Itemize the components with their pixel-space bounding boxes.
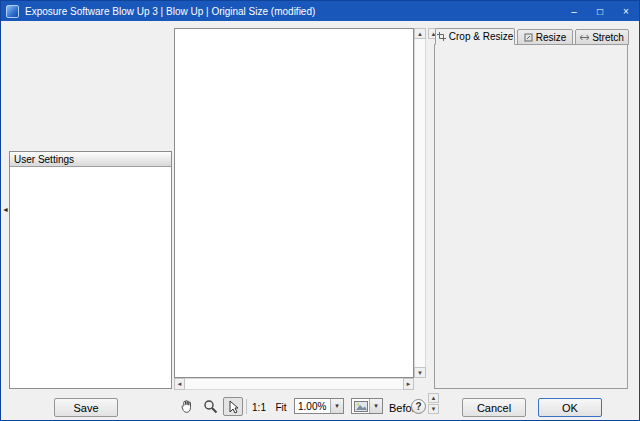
preview-canvas[interactable] [174, 28, 414, 378]
preview-image-icon [354, 401, 368, 412]
panel-scroll-down-icon[interactable]: ▼ [428, 404, 439, 414]
tab-crop-resize[interactable]: Crop & Resize [435, 28, 515, 45]
zoom-tool-button[interactable] [200, 397, 220, 416]
hand-tool-button[interactable] [177, 397, 197, 416]
resize-tab-icon [524, 33, 533, 42]
tab-resize[interactable]: Resize [517, 29, 573, 45]
blow-up-dialog-window: Exposure Software Blow Up 3 | Blow Up | … [0, 0, 640, 421]
magnifier-icon [203, 399, 218, 414]
close-button[interactable]: × [613, 1, 639, 21]
canvas-horizontal-scrollbar[interactable] [174, 378, 414, 390]
user-settings-header[interactable]: User Settings [10, 152, 171, 167]
ok-button[interactable]: OK [538, 398, 602, 417]
cursor-arrow-icon [226, 400, 240, 414]
zoom-level-select[interactable]: 1.00% ▾ [294, 398, 344, 414]
minimize-button[interactable]: – [561, 1, 587, 21]
window-title: Exposure Software Blow Up 3 | Blow Up | … [25, 6, 315, 17]
canvas-scroll-down-icon[interactable]: ▼ [414, 367, 426, 378]
canvas-scroll-up-icon[interactable]: ▲ [414, 28, 426, 39]
title-bar[interactable]: Exposure Software Blow Up 3 | Blow Up | … [1, 1, 639, 21]
user-settings-list[interactable]: User Settings [9, 151, 172, 389]
tab-stretch[interactable]: Stretch [575, 29, 629, 45]
one-to-one-zoom-button[interactable]: 1:1 [250, 400, 268, 414]
crop-resize-tab-icon [437, 32, 446, 41]
preview-mode-select[interactable]: ▾ [351, 398, 383, 414]
stretch-tab-icon [580, 33, 589, 42]
crop-resize-panel [434, 44, 628, 389]
help-button[interactable]: ? [411, 399, 426, 414]
dropdown-arrow-icon: ▾ [369, 399, 382, 413]
panel-scroll-up2-icon[interactable]: ▲ [428, 393, 439, 403]
maximize-button[interactable]: □ [587, 1, 613, 21]
fit-zoom-button[interactable]: Fit [272, 400, 290, 414]
toolbar-divider [246, 399, 247, 414]
app-icon [6, 5, 19, 18]
hand-icon [180, 399, 195, 414]
dropdown-arrow-icon: ▾ [330, 399, 343, 413]
save-button[interactable]: Save [54, 398, 118, 417]
canvas-scroll-right-icon[interactable]: ► [403, 378, 414, 390]
canvas-scroll-left-icon[interactable]: ◄ [174, 378, 185, 390]
arrow-tool-button[interactable] [223, 397, 243, 416]
cancel-button[interactable]: Cancel [462, 398, 526, 417]
canvas-vertical-scrollbar[interactable] [414, 28, 426, 378]
